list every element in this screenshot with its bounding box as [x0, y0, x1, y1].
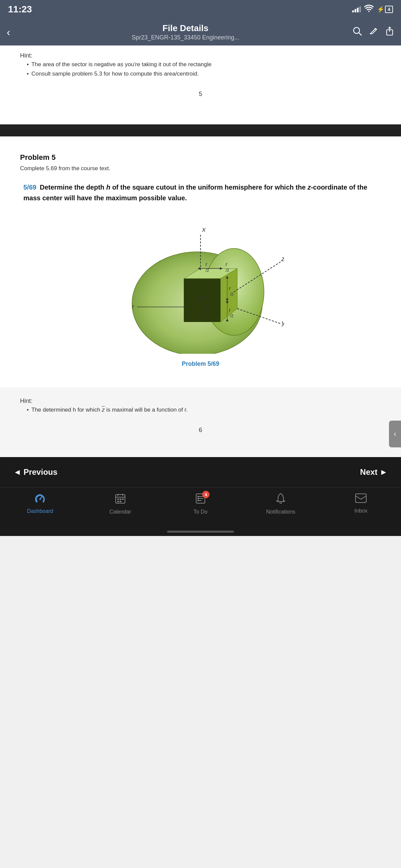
svg-rect-55	[198, 498, 199, 499]
page-divider	[0, 124, 401, 136]
status-icons: ⚡ 4	[352, 5, 393, 14]
page5-content: Hint: The area of the sector is negative…	[0, 45, 401, 124]
hint-label-p6: Hint:	[20, 398, 381, 405]
problem-box: 5/69 Determine the depth h of the square…	[20, 182, 381, 203]
svg-text:/2: /2	[230, 313, 234, 318]
bullet-item-2: Consult sample problem 5.3 for how to co…	[27, 70, 381, 77]
status-bar: 11:23 ⚡ 4	[0, 0, 401, 19]
tab-todo[interactable]: 4 To Do	[180, 493, 221, 515]
tab-inbox[interactable]: Inbox	[341, 493, 381, 514]
previous-button[interactable]: ◄ Previous	[13, 467, 58, 477]
share-icon[interactable]	[385, 26, 394, 38]
inbox-label: Inbox	[354, 508, 367, 514]
header-actions	[352, 26, 394, 38]
next-button[interactable]: Next ►	[360, 467, 388, 477]
svg-text:y: y	[281, 319, 284, 326]
problem-title: Problem 5	[20, 153, 381, 162]
problem-desc: Complete 5.69 from the course text.	[20, 165, 381, 172]
wifi-icon	[364, 5, 374, 14]
svg-text:h: h	[205, 305, 209, 312]
problem-figure: x z y r r /2 r /2 r /	[117, 213, 284, 354]
calendar-icon	[114, 493, 126, 507]
hint-label-p5: Hint:	[20, 52, 381, 59]
svg-text:r: r	[226, 261, 228, 267]
todo-badge-container: 4	[195, 493, 206, 507]
svg-text:/2: /2	[205, 268, 209, 273]
svg-rect-49	[120, 501, 121, 502]
back-button[interactable]: ‹	[7, 26, 19, 38]
todo-badge: 4	[202, 491, 209, 498]
tab-bar: Dashboard Calendar	[0, 487, 401, 531]
page6-content: Problem 5 Complete 5.69 from the course …	[0, 136, 401, 388]
pull-tab[interactable]: ‹	[389, 421, 401, 447]
svg-text:r: r	[132, 303, 134, 310]
header: ‹ File Details Spr23_ENGR-135_33450 Engi…	[0, 19, 401, 45]
svg-text:r: r	[205, 261, 207, 267]
dashboard-icon	[34, 493, 46, 506]
page-title: File Details	[24, 23, 347, 33]
page-number-5: 5	[20, 91, 381, 98]
home-indicator	[0, 531, 401, 536]
inbox-icon	[355, 493, 367, 506]
tab-notifications[interactable]: Notifications	[261, 493, 301, 515]
svg-point-40	[39, 499, 41, 500]
header-subtitle: Spr23_ENGR-135_33450 Engineering...	[24, 34, 347, 41]
svg-line-1	[359, 33, 362, 35]
svg-rect-54	[198, 496, 199, 497]
search-icon[interactable]	[352, 26, 362, 38]
tab-dashboard[interactable]: Dashboard	[20, 493, 60, 514]
bullet-item-1: The area of the sector is negative as yo…	[27, 61, 381, 68]
status-time: 11:23	[8, 4, 32, 15]
svg-text:r: r	[229, 307, 231, 313]
notifications-label: Notifications	[266, 509, 295, 515]
hint-bullet-1: The determined h for which z is maximal …	[27, 407, 381, 413]
svg-text:z: z	[281, 255, 284, 262]
svg-rect-6	[184, 279, 221, 322]
tab-calendar[interactable]: Calendar	[100, 493, 140, 515]
problem-text: Determine the depth h of the square cuto…	[23, 184, 367, 202]
home-bar	[167, 531, 234, 533]
problem-number: 5/69	[23, 184, 36, 191]
svg-text:x: x	[202, 226, 206, 233]
calendar-label: Calendar	[110, 509, 131, 515]
hint-section-p6: Hint: The determined h for which z is ma…	[0, 388, 401, 457]
svg-rect-48	[117, 501, 119, 502]
figure-container: x z y r r /2 r /2 r /	[20, 213, 381, 354]
svg-point-38	[199, 297, 202, 300]
page-number-6: 6	[20, 427, 381, 434]
notifications-icon	[275, 493, 286, 507]
svg-point-0	[354, 27, 360, 33]
edit-icon[interactable]	[369, 26, 378, 38]
header-center: File Details Spr23_ENGR-135_33450 Engine…	[24, 23, 347, 41]
signal-icon	[352, 6, 361, 12]
figure-caption: Problem 5/69	[20, 361, 381, 368]
dashboard-label: Dashboard	[27, 508, 53, 514]
svg-text:/2: /2	[226, 268, 229, 273]
svg-rect-57	[356, 494, 366, 502]
svg-rect-45	[117, 499, 119, 500]
svg-rect-46	[120, 499, 121, 500]
battery-icon: ⚡ 4	[377, 6, 393, 13]
svg-rect-56	[198, 500, 199, 501]
svg-text:/2: /2	[230, 291, 234, 297]
svg-text:r: r	[229, 285, 231, 291]
todo-label: To Do	[194, 509, 207, 515]
nav-bar: ◄ Previous Next ►	[0, 457, 401, 487]
svg-rect-47	[122, 499, 124, 500]
